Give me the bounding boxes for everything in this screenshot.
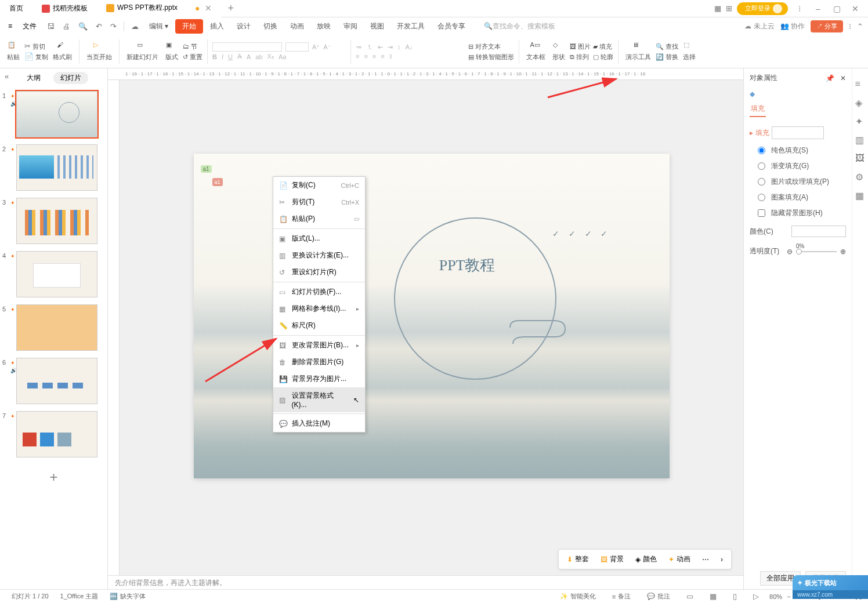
align-left-icon[interactable]: ≡ bbox=[356, 53, 359, 60]
search-commands[interactable]: 🔍 查找命令、搜索模板 bbox=[484, 21, 555, 31]
hamburger-icon[interactable]: ≡ bbox=[5, 20, 16, 32]
radio-pattern[interactable] bbox=[758, 194, 765, 201]
cm-layout[interactable]: ▣版式(L)... bbox=[273, 230, 365, 247]
align-text-btn[interactable]: ⊟ 对齐文本 bbox=[468, 42, 514, 51]
strip-ai-icon[interactable]: ✦ bbox=[855, 116, 866, 126]
replace-btn[interactable]: 🔄 替换 bbox=[656, 52, 678, 61]
print-icon[interactable]: 🖨 bbox=[59, 20, 74, 33]
strip-template-icon[interactable]: ▥ bbox=[855, 135, 866, 145]
check-hide-bg[interactable] bbox=[758, 209, 765, 217]
paste-group[interactable]: 📋粘贴 bbox=[5, 41, 22, 61]
menu-view[interactable]: 视图 bbox=[364, 19, 390, 34]
indent-inc-icon[interactable]: ⇥ bbox=[388, 43, 393, 51]
cm-save-bg[interactable]: 💾背景另存为图片... bbox=[273, 370, 365, 387]
subscript-icon[interactable]: X₂ bbox=[267, 53, 274, 60]
tab-templates[interactable]: 找稻壳模板 bbox=[32, 0, 97, 17]
smart-beautify-btn[interactable]: ✨ 智能美化 bbox=[554, 592, 602, 601]
menu-edit[interactable]: 编辑 ▾ bbox=[143, 19, 174, 34]
fill-btn[interactable]: ▰ 填充 bbox=[593, 42, 613, 51]
font-color-icon[interactable]: A bbox=[247, 53, 251, 60]
radio-picture[interactable] bbox=[758, 178, 765, 186]
cm-grid[interactable]: ▦网格和参考线(I)...▸ bbox=[273, 300, 365, 317]
preview-icon[interactable]: 🔍 bbox=[75, 20, 91, 33]
textbox-btn[interactable]: A▭文本框 bbox=[524, 41, 548, 61]
fill-swatch[interactable] bbox=[772, 126, 824, 139]
radio-solid[interactable] bbox=[758, 147, 765, 154]
text-direction-icon[interactable]: A↓ bbox=[406, 43, 413, 50]
copy-icon[interactable]: 📄 bbox=[24, 52, 34, 61]
new-slide[interactable]: ▭新建幻灯片 bbox=[124, 41, 161, 61]
notes-toggle[interactable]: ≡ 备注 bbox=[606, 592, 636, 601]
thumb-2[interactable]: 2✦ bbox=[1, 143, 106, 192]
window-menu[interactable]: ⁝ bbox=[793, 4, 806, 13]
menu-start[interactable]: 开始 bbox=[175, 19, 203, 34]
cloud-status[interactable]: ☁ 未上云 bbox=[744, 21, 774, 31]
cm-reset-slide[interactable]: ↺重设幻灯片(R) bbox=[273, 264, 365, 281]
share-button[interactable]: ↗ 分享 bbox=[811, 20, 843, 32]
bucket-icon[interactable]: ◆ bbox=[750, 90, 755, 98]
view-reading-icon[interactable]: ▯ bbox=[727, 592, 743, 601]
distribute-icon[interactable]: ⫴ bbox=[389, 53, 392, 60]
arrange-btn[interactable]: ⧉ 排列 bbox=[570, 52, 591, 61]
chevron-up-icon[interactable]: ⌃ bbox=[857, 22, 863, 31]
outline-btn[interactable]: ▢ 轮廓 bbox=[593, 52, 613, 61]
thumb-4[interactable]: 4✦ bbox=[1, 250, 106, 299]
menu-devtools[interactable]: 开发工具 bbox=[391, 19, 431, 34]
section-btn[interactable]: 🗂 节 bbox=[183, 42, 202, 51]
menu-animation[interactable]: 动画 bbox=[284, 19, 310, 34]
picture-btn[interactable]: 🖼 图片 bbox=[570, 42, 591, 51]
slides-tab[interactable]: 幻灯片 bbox=[53, 72, 88, 84]
cm-delete-bg[interactable]: 🗑删除背景图片(G) bbox=[273, 354, 365, 370]
align-justify-icon[interactable]: ≡ bbox=[381, 53, 384, 60]
thumb-3[interactable]: 3✦ bbox=[1, 197, 106, 245]
more-designs[interactable]: ⋯ bbox=[697, 553, 714, 566]
full-set-btn[interactable]: ⬇整套 bbox=[562, 552, 594, 566]
strike-icon[interactable]: A̶ bbox=[237, 53, 242, 60]
layout-button[interactable]: ▣版式 bbox=[163, 41, 180, 61]
font-name-select[interactable] bbox=[212, 42, 282, 52]
thumb-5[interactable]: 5✦ bbox=[1, 303, 106, 352]
copy-label[interactable]: 复制 bbox=[35, 52, 48, 61]
window-close[interactable]: ✕ bbox=[848, 4, 862, 13]
slide-position[interactable]: 幻灯片 1 / 20 bbox=[6, 592, 55, 601]
cm-ruler[interactable]: 📏标尺(R) bbox=[273, 317, 365, 334]
cm-change-design[interactable]: ▥更换设计方案(E)... bbox=[273, 247, 365, 264]
cloud-sync-icon[interactable]: ☁ bbox=[128, 20, 142, 33]
anim-btn[interactable]: ✦动画 bbox=[664, 552, 695, 566]
strip-gear-icon[interactable]: ⚙ bbox=[855, 172, 866, 182]
color-picker[interactable] bbox=[791, 226, 846, 237]
menu-insert[interactable]: 插入 bbox=[204, 19, 230, 34]
align-center-icon[interactable]: ≡ bbox=[364, 53, 367, 60]
tab-home[interactable]: 首页 bbox=[0, 0, 32, 17]
canvas-area[interactable]: a1 a1 🔊 PPT教程 ✓ ✓ ✓ ✓ ⬇整套 🖼背景 ◈颜色 ✦动画 ⋯ bbox=[120, 80, 743, 575]
cut-label[interactable]: 剪切 bbox=[32, 42, 45, 51]
comment-marker-1[interactable]: a1 bbox=[201, 165, 212, 173]
close-panel-icon[interactable]: ✕ bbox=[840, 74, 846, 82]
select-btn[interactable]: ⬚选择 bbox=[681, 41, 698, 61]
more-icon[interactable]: ⁝ bbox=[849, 22, 851, 31]
menu-review[interactable]: 审阅 bbox=[338, 19, 363, 34]
zoom-value[interactable]: 80% bbox=[769, 593, 782, 600]
zoom-out[interactable]: − bbox=[787, 593, 790, 600]
comment-marker-2[interactable]: a1 bbox=[212, 178, 223, 186]
bullets-icon[interactable]: ≔ bbox=[356, 43, 362, 51]
undo-icon[interactable]: ↶ bbox=[92, 20, 106, 33]
cm-copy[interactable]: 📄复制(C)Ctrl+C bbox=[273, 177, 365, 194]
tab-close-icon[interactable]: ✕ bbox=[205, 3, 212, 13]
apps-icon[interactable]: ⊞ bbox=[726, 4, 732, 13]
play-from-current[interactable]: ▷当页开始 bbox=[84, 41, 114, 61]
font-shrink-icon[interactable]: A⁻ bbox=[323, 43, 331, 51]
thumb-6[interactable]: 6✦🔊 bbox=[1, 357, 106, 405]
italic-icon[interactable]: I bbox=[222, 53, 223, 60]
font-size-select[interactable] bbox=[285, 42, 309, 52]
slide-canvas[interactable]: a1 a1 🔊 PPT教程 ✓ ✓ ✓ ✓ bbox=[194, 154, 670, 478]
login-button[interactable]: 立即登录 bbox=[737, 2, 788, 15]
font-grow-icon[interactable]: A⁺ bbox=[312, 43, 320, 51]
strip-image-icon[interactable]: 🖼 bbox=[855, 153, 866, 164]
coop-button[interactable]: 👥 协作 bbox=[780, 21, 805, 31]
thumb-1[interactable]: 1✦🔊 bbox=[1, 90, 106, 139]
color-btn[interactable]: ◈颜色 bbox=[631, 552, 661, 566]
notes-bar[interactable]: 先介绍背景信息，再进入主题讲解。 bbox=[108, 575, 743, 589]
thumb-7[interactable]: 7✦ bbox=[1, 410, 106, 459]
view-sorter-icon[interactable]: ▦ bbox=[704, 592, 722, 601]
